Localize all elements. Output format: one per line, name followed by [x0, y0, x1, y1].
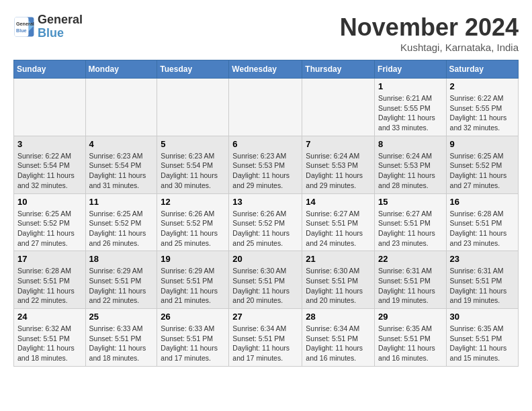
calendar-table: SundayMondayTuesdayWednesdayThursdayFrid…	[13, 60, 519, 367]
day-number: 20	[232, 254, 298, 264]
title-block: November 2024 Kushtagi, Karnataka, India	[340, 13, 519, 53]
day-info: Sunrise: 6:26 AM Sunset: 5:52 PM Dayligh…	[232, 209, 298, 248]
day-number: 9	[450, 139, 515, 149]
calendar-week-row: 24Sunrise: 6:32 AM Sunset: 5:51 PM Dayli…	[14, 309, 519, 367]
calendar-cell: 19Sunrise: 6:29 AM Sunset: 5:51 PM Dayli…	[157, 251, 229, 309]
day-info: Sunrise: 6:29 AM Sunset: 5:51 PM Dayligh…	[161, 266, 225, 306]
logo-line2: Blue	[38, 26, 64, 40]
day-info: Sunrise: 6:33 AM Sunset: 5:51 PM Dayligh…	[89, 324, 154, 363]
svg-text:Blue: Blue	[16, 28, 27, 34]
calendar-cell: 4Sunrise: 6:23 AM Sunset: 5:54 PM Daylig…	[85, 136, 157, 193]
weekday-header-friday: Friday	[375, 60, 447, 79]
calendar-cell: 2Sunrise: 6:22 AM Sunset: 5:55 PM Daylig…	[446, 79, 518, 136]
day-number: 10	[17, 197, 82, 207]
day-number: 1	[378, 81, 443, 91]
day-number: 16	[450, 197, 515, 207]
day-number: 25	[89, 312, 154, 322]
day-number: 17	[17, 254, 82, 264]
month-title: November 2024	[340, 13, 519, 42]
day-number: 30	[450, 312, 515, 322]
day-number: 8	[378, 139, 443, 149]
day-info: Sunrise: 6:21 AM Sunset: 5:55 PM Dayligh…	[378, 93, 443, 133]
calendar-cell: 22Sunrise: 6:31 AM Sunset: 5:51 PM Dayli…	[375, 251, 447, 309]
day-info: Sunrise: 6:25 AM Sunset: 5:52 PM Dayligh…	[89, 209, 154, 248]
calendar-cell: 29Sunrise: 6:35 AM Sunset: 5:51 PM Dayli…	[375, 309, 447, 367]
day-number: 19	[161, 254, 225, 264]
calendar-week-row: 17Sunrise: 6:28 AM Sunset: 5:51 PM Dayli…	[14, 251, 519, 309]
weekday-header-thursday: Thursday	[302, 60, 375, 79]
location-subtitle: Kushtagi, Karnataka, India	[340, 42, 519, 53]
day-info: Sunrise: 6:23 AM Sunset: 5:54 PM Dayligh…	[161, 151, 225, 191]
calendar-cell: 17Sunrise: 6:28 AM Sunset: 5:51 PM Dayli…	[14, 251, 86, 309]
calendar-cell: 26Sunrise: 6:33 AM Sunset: 5:51 PM Dayli…	[157, 309, 229, 367]
day-info: Sunrise: 6:25 AM Sunset: 5:52 PM Dayligh…	[17, 209, 82, 248]
calendar-cell: 14Sunrise: 6:27 AM Sunset: 5:51 PM Dayli…	[302, 193, 375, 251]
calendar-cell: 13Sunrise: 6:26 AM Sunset: 5:52 PM Dayli…	[229, 193, 302, 251]
calendar-cell: 10Sunrise: 6:25 AM Sunset: 5:52 PM Dayli…	[14, 193, 86, 251]
day-info: Sunrise: 6:22 AM Sunset: 5:54 PM Dayligh…	[17, 151, 82, 191]
day-number: 27	[232, 312, 298, 322]
calendar-cell: 6Sunrise: 6:23 AM Sunset: 5:53 PM Daylig…	[229, 136, 302, 193]
day-info: Sunrise: 6:27 AM Sunset: 5:51 PM Dayligh…	[306, 209, 371, 248]
calendar-week-row: 10Sunrise: 6:25 AM Sunset: 5:52 PM Dayli…	[14, 193, 519, 251]
day-number: 5	[161, 139, 225, 149]
calendar-cell: 3Sunrise: 6:22 AM Sunset: 5:54 PM Daylig…	[14, 136, 86, 193]
day-info: Sunrise: 6:30 AM Sunset: 5:51 PM Dayligh…	[306, 266, 371, 306]
calendar-cell	[157, 79, 229, 136]
day-number: 4	[89, 139, 154, 149]
day-number: 23	[450, 254, 515, 264]
weekday-header-tuesday: Tuesday	[157, 60, 229, 79]
weekday-header-sunday: Sunday	[14, 60, 86, 79]
weekday-header-wednesday: Wednesday	[229, 60, 302, 79]
calendar-cell: 20Sunrise: 6:30 AM Sunset: 5:51 PM Dayli…	[229, 251, 302, 309]
day-number: 14	[306, 197, 371, 207]
day-info: Sunrise: 6:30 AM Sunset: 5:51 PM Dayligh…	[232, 266, 298, 306]
calendar-cell: 27Sunrise: 6:34 AM Sunset: 5:51 PM Dayli…	[229, 309, 302, 367]
calendar-cell	[85, 79, 157, 136]
day-info: Sunrise: 6:33 AM Sunset: 5:51 PM Dayligh…	[161, 324, 225, 363]
day-info: Sunrise: 6:32 AM Sunset: 5:51 PM Dayligh…	[17, 324, 82, 363]
logo-line1: General	[38, 13, 83, 27]
day-info: Sunrise: 6:23 AM Sunset: 5:53 PM Dayligh…	[232, 151, 298, 191]
day-info: Sunrise: 6:24 AM Sunset: 5:53 PM Dayligh…	[306, 151, 371, 191]
calendar-cell: 9Sunrise: 6:25 AM Sunset: 5:52 PM Daylig…	[446, 136, 518, 193]
day-info: Sunrise: 6:35 AM Sunset: 5:51 PM Dayligh…	[378, 324, 443, 363]
day-number: 21	[306, 254, 371, 264]
day-number: 11	[89, 197, 154, 207]
logo: General Blue General Blue	[13, 13, 83, 40]
day-number: 12	[161, 197, 225, 207]
day-info: Sunrise: 6:29 AM Sunset: 5:51 PM Dayligh…	[89, 266, 154, 306]
day-number: 6	[232, 139, 298, 149]
calendar-cell: 21Sunrise: 6:30 AM Sunset: 5:51 PM Dayli…	[302, 251, 375, 309]
calendar-cell: 12Sunrise: 6:26 AM Sunset: 5:52 PM Dayli…	[157, 193, 229, 251]
weekday-header-monday: Monday	[85, 60, 157, 79]
day-info: Sunrise: 6:22 AM Sunset: 5:55 PM Dayligh…	[450, 93, 515, 133]
day-info: Sunrise: 6:34 AM Sunset: 5:51 PM Dayligh…	[232, 324, 298, 363]
logo-icon: General Blue	[13, 16, 35, 38]
day-info: Sunrise: 6:31 AM Sunset: 5:51 PM Dayligh…	[378, 266, 443, 306]
day-number: 29	[378, 312, 443, 322]
calendar-cell	[229, 79, 302, 136]
weekday-header-row: SundayMondayTuesdayWednesdayThursdayFrid…	[14, 60, 519, 79]
calendar-cell: 11Sunrise: 6:25 AM Sunset: 5:52 PM Dayli…	[85, 193, 157, 251]
day-number: 22	[378, 254, 443, 264]
day-number: 13	[232, 197, 298, 207]
svg-text:General: General	[16, 21, 34, 27]
calendar-cell: 18Sunrise: 6:29 AM Sunset: 5:51 PM Dayli…	[85, 251, 157, 309]
day-info: Sunrise: 6:25 AM Sunset: 5:52 PM Dayligh…	[450, 151, 515, 191]
calendar-cell	[302, 79, 375, 136]
day-number: 18	[89, 254, 154, 264]
day-number: 3	[17, 139, 82, 149]
calendar-cell	[14, 79, 86, 136]
header: General Blue General Blue November 2024 …	[13, 13, 519, 53]
calendar-cell: 7Sunrise: 6:24 AM Sunset: 5:53 PM Daylig…	[302, 136, 375, 193]
calendar-cell: 25Sunrise: 6:33 AM Sunset: 5:51 PM Dayli…	[85, 309, 157, 367]
calendar-week-row: 1Sunrise: 6:21 AM Sunset: 5:55 PM Daylig…	[14, 79, 519, 136]
calendar-cell: 15Sunrise: 6:27 AM Sunset: 5:51 PM Dayli…	[375, 193, 447, 251]
calendar-cell: 23Sunrise: 6:31 AM Sunset: 5:51 PM Dayli…	[446, 251, 518, 309]
day-number: 7	[306, 139, 371, 149]
day-info: Sunrise: 6:35 AM Sunset: 5:51 PM Dayligh…	[450, 324, 515, 363]
calendar-week-row: 3Sunrise: 6:22 AM Sunset: 5:54 PM Daylig…	[14, 136, 519, 193]
day-number: 24	[17, 312, 82, 322]
day-info: Sunrise: 6:27 AM Sunset: 5:51 PM Dayligh…	[378, 209, 443, 248]
